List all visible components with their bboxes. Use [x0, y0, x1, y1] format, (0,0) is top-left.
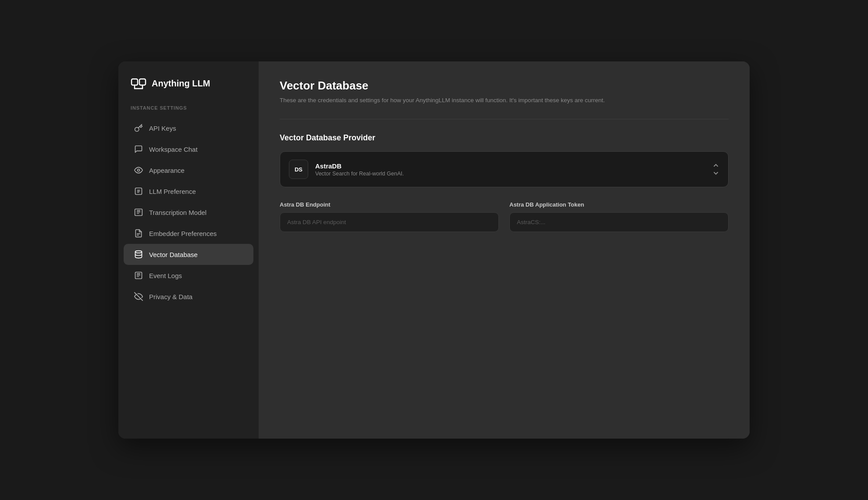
sidebar-item-embedder-preferences[interactable]: Embedder Preferences [124, 223, 253, 244]
sidebar-item-llm-preference-label: LLM Preference [149, 188, 196, 195]
sidebar-item-workspace-chat[interactable]: Workspace Chat [124, 139, 253, 160]
endpoint-label: Astra DB Endpoint [280, 201, 499, 208]
sidebar-item-appearance[interactable]: Appearance [124, 160, 253, 181]
app-name: Anything LLM [152, 79, 210, 89]
section-divider [280, 119, 729, 119]
transcript-icon [134, 208, 143, 217]
chat-icon [134, 145, 143, 154]
provider-desc: Vector Search for Real-world GenAI. [315, 171, 712, 177]
embed-icon [134, 229, 143, 238]
svg-rect-1 [139, 79, 146, 85]
svg-rect-0 [132, 79, 138, 85]
sidebar-item-api-keys-label: API Keys [149, 125, 176, 132]
sidebar-item-privacy-data-label: Privacy & Data [149, 293, 192, 300]
sidebar-item-embedder-preferences-label: Embedder Preferences [149, 230, 217, 237]
privacy-icon [134, 292, 143, 301]
sidebar-item-vector-database-label: Vector Database [149, 251, 198, 258]
sidebar-item-llm-preference[interactable]: LLM Preference [124, 181, 253, 202]
sidebar-item-appearance-label: Appearance [149, 167, 185, 174]
logo-area: Anything LLM [118, 75, 259, 105]
sidebar-item-event-logs[interactable]: Event Logs [124, 265, 253, 286]
app-window: Anything LLM INSTANCE SETTINGS API Keys … [118, 61, 750, 439]
key-icon [134, 124, 143, 132]
provider-name: AstraDB [315, 162, 712, 170]
sidebar-item-workspace-chat-label: Workspace Chat [149, 146, 198, 153]
sidebar-item-privacy-data[interactable]: Privacy & Data [124, 286, 253, 307]
sidebar-item-api-keys[interactable]: API Keys [124, 118, 253, 139]
form-fields-row: Astra DB Endpoint Astra DB Application T… [280, 201, 729, 232]
provider-logo: DS [289, 160, 308, 179]
provider-info: AstraDB Vector Search for Real-world Gen… [315, 162, 712, 177]
svg-point-6 [138, 169, 140, 171]
chevron-updown-icon [712, 162, 719, 177]
main-content: Vector Database These are the credential… [259, 61, 750, 439]
page-subtitle: These are the credentials and settings f… [280, 96, 729, 105]
form-group-endpoint: Astra DB Endpoint [280, 201, 499, 232]
sidebar-item-event-logs-label: Event Logs [149, 272, 182, 279]
sidebar-section-label: INSTANCE SETTINGS [118, 105, 259, 118]
token-label: Astra DB Application Token [509, 201, 729, 208]
log-icon [134, 271, 143, 280]
db-icon [134, 250, 143, 259]
sidebar-item-transcription-model-label: Transcription Model [149, 209, 206, 216]
sidebar-item-vector-database[interactable]: Vector Database [124, 244, 253, 265]
provider-selector[interactable]: DS AstraDB Vector Search for Real-world … [280, 151, 729, 187]
token-input[interactable] [509, 212, 729, 232]
form-group-token: Astra DB Application Token [509, 201, 729, 232]
sidebar: Anything LLM INSTANCE SETTINGS API Keys … [118, 61, 259, 439]
eye-icon [134, 166, 143, 175]
endpoint-input[interactable] [280, 212, 499, 232]
provider-section-title: Vector Database Provider [280, 133, 729, 143]
app-logo-icon [131, 75, 146, 91]
llm-icon [134, 187, 143, 196]
page-title: Vector Database [280, 79, 729, 93]
svg-point-11 [135, 251, 142, 253]
sidebar-item-transcription-model[interactable]: Transcription Model [124, 202, 253, 223]
